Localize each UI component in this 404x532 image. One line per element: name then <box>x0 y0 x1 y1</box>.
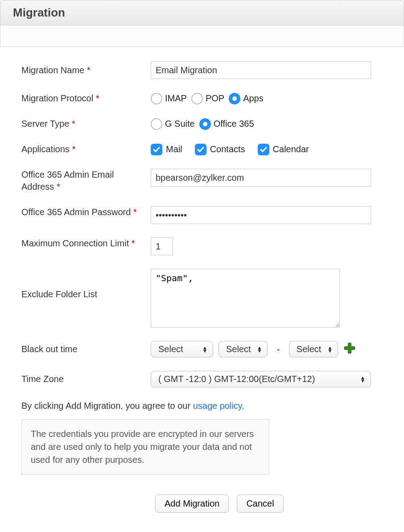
select-value: Select <box>158 344 183 354</box>
required-mark: * <box>57 182 60 191</box>
required-mark: * <box>132 238 135 248</box>
admin-email-label: Office 365 Admin Email Address * <box>21 169 151 193</box>
radio-icon <box>151 118 162 130</box>
cancel-button[interactable]: Cancel <box>237 495 283 513</box>
radio-icon <box>199 118 211 130</box>
blackout-from-select[interactable]: Select ▲▼ <box>218 341 268 357</box>
label-text: Migration Name <box>21 65 84 75</box>
app-checkbox-contacts[interactable]: Contacts <box>195 144 245 155</box>
checkbox-label: Calendar <box>273 144 309 154</box>
protocol-radio-imap[interactable]: IMAP <box>151 93 187 104</box>
chevron-updown-icon: ▲▼ <box>327 346 332 353</box>
radio-icon <box>229 93 240 104</box>
radio-label: IMAP <box>165 93 187 104</box>
radio-label: Apps <box>243 93 264 104</box>
label-text: Black out time <box>21 344 78 354</box>
radio-label: G Suite <box>165 119 195 129</box>
protocol-radio-pop[interactable]: POP <box>191 93 224 104</box>
exclude-folders-label: Exclude Folder List <box>21 269 151 300</box>
agree-suffix: . <box>242 401 244 411</box>
max-connection-label: Maximum Connection Limit * <box>21 237 151 249</box>
add-blackout-button[interactable] <box>343 342 356 357</box>
add-migration-button[interactable]: Add Migration <box>155 495 229 513</box>
radio-icon <box>151 93 162 104</box>
admin-password-input[interactable] <box>151 206 371 224</box>
checkbox-label: Contacts <box>210 144 245 154</box>
label-text: Server Type <box>21 119 69 129</box>
select-value: ( GMT -12:0 ) GMT-12:00(Etc/GMT+12) <box>158 374 315 384</box>
migration-protocol-label: Migration Protocol * <box>21 92 151 104</box>
select-value: Select <box>226 344 251 354</box>
chevron-updown-icon: ▲▼ <box>202 346 207 353</box>
timezone-label: Time Zone <box>21 373 151 385</box>
required-mark: * <box>133 207 137 217</box>
label-text: Office 365 Admin Email Address <box>21 170 114 191</box>
chevron-updown-icon: ▲▼ <box>257 346 262 353</box>
svg-rect-2 <box>348 343 351 353</box>
migration-name-label: Migration Name * <box>21 64 151 76</box>
form-content: Migration Name * Migration Protocol * IM… <box>0 47 404 531</box>
radio-label: POP <box>206 93 224 104</box>
required-mark: * <box>96 93 99 103</box>
checkbox-icon <box>258 144 269 155</box>
label-text: Time Zone <box>21 374 64 384</box>
credentials-info-box: The credentials you provide are encrypte… <box>21 419 269 475</box>
titlebar: Migration <box>0 0 404 25</box>
exclude-folders-textarea[interactable]: "Spam", <box>151 269 340 328</box>
migration-name-input[interactable] <box>151 61 371 79</box>
required-mark: * <box>72 144 75 154</box>
blackout-day-select[interactable]: Select ▲▼ <box>151 341 213 357</box>
timezone-select[interactable]: ( GMT -12:0 ) GMT-12:00(Etc/GMT+12) ▲▼ <box>151 371 371 387</box>
page-title: Migration <box>13 6 396 20</box>
label-text: Exclude Folder List <box>21 289 97 299</box>
agree-prefix: By clicking Add Migration, you agree to … <box>21 401 193 411</box>
server-radio-o365[interactable]: Office 365 <box>199 118 254 130</box>
radio-label: Office 365 <box>214 119 254 129</box>
subheader-bar <box>0 25 404 47</box>
blackout-to-select[interactable]: Select ▲▼ <box>289 341 338 357</box>
admin-password-label: Office 365 Admin Password * <box>21 206 151 218</box>
app-checkbox-mail[interactable]: Mail <box>151 144 182 155</box>
label-text: Migration Protocol <box>21 93 93 103</box>
select-value: Select <box>297 344 322 354</box>
checkbox-label: Mail <box>166 144 182 154</box>
checkbox-icon <box>195 144 206 155</box>
protocol-radio-apps[interactable]: Apps <box>229 93 264 104</box>
server-type-label: Server Type * <box>21 118 151 130</box>
applications-label: Applications * <box>21 143 151 155</box>
app-checkbox-calendar[interactable]: Calendar <box>258 144 309 155</box>
label-text: Maximum Connection Limit <box>21 238 129 248</box>
plus-icon <box>343 342 356 354</box>
checkbox-icon <box>151 144 162 155</box>
agree-text: By clicking Add Migration, you agree to … <box>21 401 404 411</box>
blackout-label: Black out time <box>21 343 151 355</box>
range-separator: - <box>276 344 280 355</box>
required-mark: * <box>87 65 91 75</box>
label-text: Office 365 Admin Password <box>21 207 131 217</box>
admin-email-input[interactable] <box>151 169 371 187</box>
chevron-updown-icon: ▲▼ <box>360 376 365 382</box>
required-mark: * <box>72 119 75 129</box>
max-connection-input[interactable] <box>151 237 173 255</box>
label-text: Applications <box>21 144 70 154</box>
usage-policy-link[interactable]: usage policy <box>193 401 242 411</box>
server-radio-gsuite[interactable]: G Suite <box>151 118 195 130</box>
radio-icon <box>191 93 203 104</box>
